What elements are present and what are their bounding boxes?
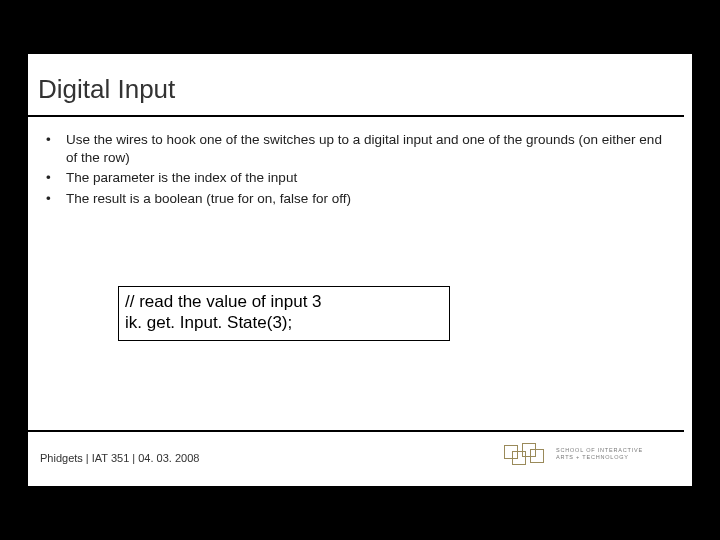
slide: Digital Input • Use the wires to hook on… [28,54,692,486]
list-item: • The result is a boolean (true for on, … [44,190,664,208]
list-item: • Use the wires to hook one of the switc… [44,131,664,167]
code-line: ik. get. Input. State(3); [125,312,443,333]
logo-text-line: SCHOOL OF INTERACTIVE [556,447,643,454]
slide-title: Digital Input [28,54,692,115]
logo-text-line: ARTS + TECHNOLOGY [556,454,643,461]
code-box: // read the value of input 3 ik. get. In… [118,286,450,341]
bullet-dot: • [44,131,66,167]
bullet-dot: • [44,190,66,208]
bullet-dot: • [44,169,66,187]
logo-text: SCHOOL OF INTERACTIVE ARTS + TECHNOLOGY [556,447,643,461]
footer-text: Phidgets | IAT 351 | 04. 03. 2008 [40,452,199,464]
logo: SCHOOL OF INTERACTIVE ARTS + TECHNOLOGY [502,436,682,472]
footer-divider [28,430,684,432]
logo-mark-icon [502,439,548,469]
list-item: • The parameter is the index of the inpu… [44,169,664,187]
bullet-text: The parameter is the index of the input [66,169,664,187]
bullet-text: The result is a boolean (true for on, fa… [66,190,664,208]
bullet-list: • Use the wires to hook one of the switc… [28,117,692,208]
bullet-text: Use the wires to hook one of the switche… [66,131,664,167]
code-line: // read the value of input 3 [125,291,443,312]
